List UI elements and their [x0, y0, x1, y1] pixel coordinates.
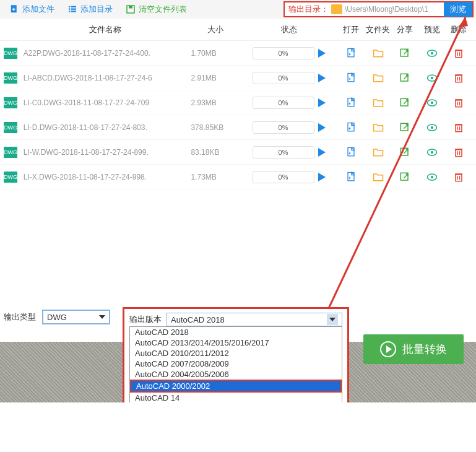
open-folder-button[interactable] [365, 72, 391, 84]
file-name: LI-C0.DWG-2018-11-08-17-27-24-709 [20, 98, 191, 107]
toolbar: 添加文件 添加目录 清空文件列表 输出目录： \Users\Mloong\Des… [0, 0, 476, 19]
svg-rect-7 [69, 11, 70, 12]
open-file-button[interactable] [338, 72, 365, 84]
svg-rect-38 [455, 99, 462, 100]
clear-list-button[interactable]: 清空文件列表 [119, 1, 193, 18]
table-row: DWG LI-ABCD.DWG-2018-11-08-17-27-24-6 2.… [0, 66, 476, 90]
delete-button[interactable] [446, 121, 472, 134]
file-name: LI-D.DWG-2018-11-08-17-27-24-803. [20, 123, 191, 132]
play-icon[interactable] [318, 49, 326, 58]
share-button[interactable] [392, 72, 418, 84]
file-size: 1.73MB [191, 173, 240, 181]
delete-button[interactable] [446, 97, 472, 109]
open-folder-button[interactable] [365, 171, 391, 183]
svg-rect-58 [455, 149, 462, 150]
file-size: 378.85KB [191, 123, 240, 132]
output-version-select[interactable]: AutoCAD 2018 [167, 313, 342, 326]
open-file-button[interactable] [338, 47, 365, 59]
play-icon[interactable] [318, 98, 326, 107]
version-option[interactable]: AutoCAD 2013/2014/2015/2016/2017 [130, 337, 342, 348]
output-type-select[interactable]: DWG [42, 310, 110, 324]
file-name: LI-W.DWG-2018-11-08-17-27-24-899. [20, 148, 191, 157]
open-file-button[interactable] [338, 171, 365, 183]
open-file-button[interactable] [338, 146, 365, 159]
play-circle-icon [380, 341, 396, 357]
share-button[interactable] [392, 146, 418, 159]
svg-point-16 [431, 51, 433, 54]
play-icon[interactable] [318, 173, 326, 181]
svg-rect-48 [455, 124, 462, 125]
header-share: 分享 [392, 24, 418, 35]
delete-button[interactable] [446, 171, 472, 183]
dwg-badge: DWG [4, 97, 17, 108]
version-dropdown[interactable]: AutoCAD 2018AutoCAD 2013/2014/2015/2016/… [129, 326, 342, 402]
version-option[interactable]: AutoCAD 2004/2005/2006 [130, 369, 342, 380]
version-option[interactable]: AutoCAD 2018 [130, 327, 342, 337]
add-dir-label: 添加目录 [80, 4, 113, 15]
dwg-badge: DWG [4, 48, 17, 59]
share-button[interactable] [392, 171, 418, 183]
output-dir-label: 输出目录： [288, 4, 329, 15]
delete-button[interactable] [446, 47, 472, 59]
batch-convert-button[interactable]: 批量转换 [363, 334, 464, 364]
svg-rect-18 [455, 50, 462, 51]
header-preview: 预览 [418, 24, 445, 35]
version-option[interactable]: AutoCAD 2010/2011/2012 [130, 348, 342, 359]
progress: 0% [240, 146, 337, 159]
file-list: DWG A22P.DWG-2018-11-08-17-27-24-400. 1.… [0, 41, 476, 189]
svg-point-36 [431, 101, 433, 103]
svg-rect-2 [12, 9, 15, 10]
bottom-panel: 输出类型 DWG 输出版本 AutoCAD 2018 AutoCAD 2018A… [0, 307, 476, 402]
open-folder-button[interactable] [365, 121, 391, 134]
svg-point-26 [431, 76, 433, 79]
preview-button[interactable] [418, 47, 445, 59]
chevron-down-icon [99, 315, 105, 319]
preview-button[interactable] [418, 146, 445, 159]
progress: 0% [240, 171, 337, 183]
save-icon [125, 4, 136, 15]
open-file-button[interactable] [338, 97, 365, 109]
play-icon[interactable] [318, 148, 326, 157]
file-name: A22P.DWG-2018-11-08-17-27-24-400. [20, 49, 191, 58]
open-folder-button[interactable] [365, 97, 391, 109]
preview-button[interactable] [418, 72, 445, 84]
folder-icon [331, 4, 342, 14]
dwg-badge: DWG [4, 72, 17, 84]
table-row: DWG A22P.DWG-2018-11-08-17-27-24-400. 1.… [0, 41, 476, 66]
progress-bar: 0% [253, 97, 314, 109]
progress-bar: 0% [253, 47, 314, 59]
progress-bar: 0% [253, 72, 314, 84]
open-folder-button[interactable] [365, 47, 391, 59]
play-icon[interactable] [318, 123, 326, 132]
preview-button[interactable] [418, 121, 445, 134]
version-option[interactable]: AutoCAD 2007/2008/2009 [130, 359, 342, 369]
share-button[interactable] [392, 47, 418, 59]
add-file-button[interactable]: 添加文件 [2, 1, 61, 18]
open-file-button[interactable] [338, 121, 365, 134]
share-button[interactable] [392, 121, 418, 134]
dwg-badge: DWG [4, 147, 17, 158]
delete-button[interactable] [446, 72, 472, 84]
svg-rect-67 [456, 174, 462, 181]
browse-button[interactable]: 浏览 [444, 2, 472, 17]
preview-button[interactable] [418, 97, 445, 109]
file-size: 2.91MB [191, 74, 240, 82]
progress: 0% [240, 72, 337, 84]
svg-point-56 [431, 150, 433, 153]
dwg-badge: DWG [4, 172, 17, 183]
version-option[interactable]: AutoCAD 2000/2002 [130, 380, 342, 393]
chevron-down-icon [327, 314, 338, 325]
play-icon[interactable] [318, 74, 326, 82]
open-folder-button[interactable] [365, 146, 391, 159]
share-button[interactable] [392, 97, 418, 109]
empty-space [0, 189, 476, 307]
add-dir-button[interactable]: 添加目录 [61, 1, 119, 18]
svg-point-46 [431, 126, 433, 128]
preview-button[interactable] [418, 171, 445, 183]
delete-button[interactable] [446, 146, 472, 159]
svg-point-66 [431, 175, 433, 178]
version-panel: 输出版本 AutoCAD 2018 AutoCAD 2018AutoCAD 20… [123, 307, 349, 402]
output-dir-box: 输出目录： \Users\Mloong\Desktop\1 浏览 [283, 1, 474, 17]
file-size: 1.70MB [191, 49, 240, 58]
version-option[interactable]: AutoCAD 14 [130, 393, 342, 402]
